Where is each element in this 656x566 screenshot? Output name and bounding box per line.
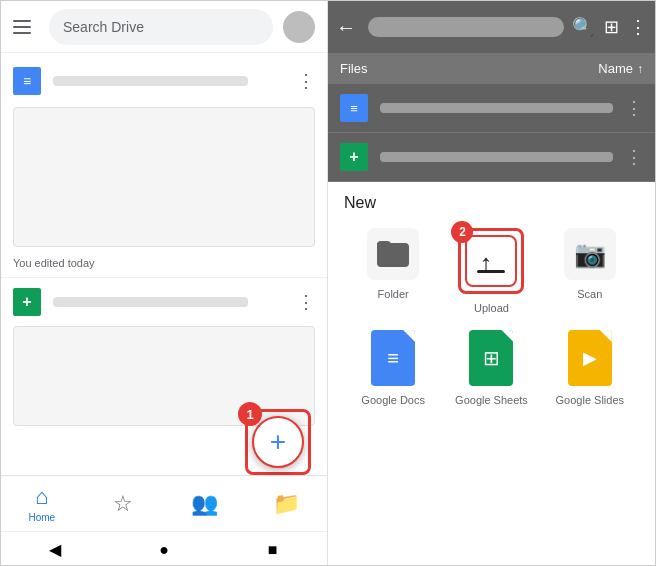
bottom-nav: ⌂ Home ☆ 👥 📁 xyxy=(1,475,327,531)
new-folder-item[interactable]: Folder xyxy=(344,228,442,314)
more-options-icon[interactable]: ⋮ xyxy=(625,146,643,168)
search-icon[interactable]: 🔍 xyxy=(572,16,594,38)
list-item[interactable]: ⋮ xyxy=(328,133,655,182)
scan-label: Scan xyxy=(577,288,602,300)
new-section-title: New xyxy=(344,194,639,212)
right-file-list: ⋮ ⋮ xyxy=(328,84,655,182)
upload-icon xyxy=(465,235,517,287)
app-icons-row: Google Docs Google Sheets Google Slides xyxy=(344,330,639,406)
list-item[interactable]: + ⋮ xyxy=(1,282,327,322)
new-scan-item[interactable]: Scan xyxy=(541,228,639,314)
file-meta: You edited today xyxy=(1,253,327,273)
list-item[interactable]: ⋮ xyxy=(328,84,655,133)
back-arrow-icon: ◀ xyxy=(49,540,61,559)
back-arrow-icon[interactable]: ← xyxy=(336,16,356,39)
people-icon: 👥 xyxy=(191,491,218,517)
google-docs-item[interactable]: Google Docs xyxy=(344,330,442,406)
nav-item-files[interactable]: 📁 xyxy=(246,491,328,517)
docs-file-icon xyxy=(340,94,368,122)
google-sheets-label: Google Sheets xyxy=(455,394,528,406)
home-label: Home xyxy=(28,512,55,523)
google-docs-icon xyxy=(371,330,415,386)
scan-icon xyxy=(564,228,616,280)
google-sheets-icon xyxy=(469,330,513,386)
file-preview xyxy=(13,107,315,247)
sheets-icon: + xyxy=(13,288,41,316)
upload-label: Upload xyxy=(474,302,509,314)
search-placeholder: Search Drive xyxy=(63,19,144,35)
new-section: New Folder 2 xyxy=(328,182,655,566)
name-label: Name xyxy=(598,61,633,76)
more-options-icon[interactable]: ⋮ xyxy=(297,291,315,313)
folder-shape xyxy=(377,241,409,267)
more-options-icon[interactable]: ⋮ xyxy=(625,97,643,119)
nav-item-starred[interactable]: ☆ xyxy=(83,491,165,517)
left-header: Search Drive xyxy=(1,1,327,53)
fab-button[interactable]: + xyxy=(252,416,304,468)
breadcrumb xyxy=(368,17,564,37)
back-button[interactable]: ◀ xyxy=(45,540,65,560)
file-info xyxy=(53,76,297,86)
sheets-file-icon xyxy=(340,143,368,171)
fab-highlight: 1 + xyxy=(245,409,311,475)
nav-item-home[interactable]: ⌂ Home xyxy=(1,484,83,523)
left-panel: Search Drive ⋮ You edited today + ⋮ xyxy=(1,1,328,566)
home-circle-icon: ● xyxy=(159,541,169,559)
name-sort[interactable]: Name ↑ xyxy=(598,61,643,76)
step1-badge: 1 xyxy=(238,402,262,426)
nav-item-shared[interactable]: 👥 xyxy=(164,491,246,517)
upload-arrow-icon xyxy=(479,250,503,270)
hamburger-icon[interactable] xyxy=(13,15,37,39)
new-upload-item[interactable]: 2 Upload xyxy=(442,228,540,314)
doc-icon xyxy=(13,67,41,95)
google-slides-item[interactable]: Google Slides xyxy=(541,330,639,406)
google-sheets-item[interactable]: Google Sheets xyxy=(442,330,540,406)
right-header: ← 🔍 ⊞ ⋮ xyxy=(328,1,655,53)
file-name-blur xyxy=(380,103,613,113)
new-items-row: Folder 2 Upload xyxy=(344,228,639,314)
google-slides-label: Google Slides xyxy=(556,394,625,406)
home-icon: ⌂ xyxy=(35,484,48,510)
recents-square-icon: ■ xyxy=(268,541,278,559)
search-bar[interactable]: Search Drive xyxy=(49,9,273,45)
more-options-icon[interactable]: ⋮ xyxy=(297,70,315,92)
star-icon: ☆ xyxy=(113,491,133,517)
grid-icon[interactable]: ⊞ xyxy=(604,16,619,38)
recents-button[interactable]: ■ xyxy=(263,540,283,560)
file-info xyxy=(53,297,297,307)
camera-icon xyxy=(574,239,606,270)
system-nav: ◀ ● ■ xyxy=(1,531,327,566)
files-section-header: Files Name ↑ xyxy=(328,53,655,84)
google-slides-icon xyxy=(568,330,612,386)
file-name-blur xyxy=(53,76,248,86)
sort-arrow-icon: ↑ xyxy=(637,62,643,76)
file-name-blur xyxy=(380,152,613,162)
upload-shape xyxy=(477,250,505,273)
home-button[interactable]: ● xyxy=(154,540,174,560)
fab-container: 1 + xyxy=(245,409,311,475)
avatar[interactable] xyxy=(283,11,315,43)
files-label: Files xyxy=(340,61,367,76)
list-item[interactable]: ⋮ xyxy=(1,61,327,101)
google-docs-label: Google Docs xyxy=(361,394,425,406)
header-icons: 🔍 ⊞ ⋮ xyxy=(572,16,647,38)
section-divider xyxy=(1,277,327,278)
folder-label: Folder xyxy=(378,288,409,300)
folder-icon xyxy=(367,228,419,280)
upload-highlight: 2 xyxy=(458,228,524,294)
right-panel: ← 🔍 ⊞ ⋮ Files Name ↑ ⋮ ⋮ New xyxy=(328,1,655,566)
plus-icon: + xyxy=(270,428,286,456)
files-icon: 📁 xyxy=(273,491,300,517)
file-name-blur xyxy=(53,297,248,307)
more-icon[interactable]: ⋮ xyxy=(629,16,647,38)
